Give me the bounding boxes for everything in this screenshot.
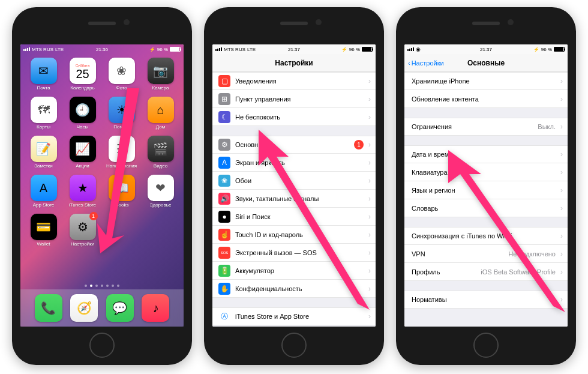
app-iBooks[interactable]: 📖iBooks xyxy=(107,175,137,208)
app-icon[interactable]: ☰ xyxy=(109,136,135,162)
dock-app[interactable]: 🧭 xyxy=(70,294,98,322)
home-button[interactable] xyxy=(89,333,115,358)
app-icon[interactable]: Суббота25 xyxy=(70,58,96,84)
settings-cell[interactable]: ●Siri и Поиск› xyxy=(212,208,376,226)
settings-cell[interactable]: ⊞Пункт управления› xyxy=(212,90,376,108)
app-icon[interactable]: 📈 xyxy=(70,136,96,162)
app-Погода[interactable]: ☀Погода xyxy=(107,97,137,130)
settings-cell[interactable]: Хранилище iPhone› xyxy=(404,72,568,90)
app-icon[interactable]: 📷 xyxy=(148,58,174,84)
app-icon[interactable]: ★ xyxy=(70,175,96,201)
settings-cell[interactable]: Язык и регион› xyxy=(404,181,568,199)
cell-value: iOS Beta Software Profile xyxy=(481,268,556,276)
app-icon[interactable]: 📖 xyxy=(109,175,135,201)
app-icon[interactable]: ⚙1 xyxy=(70,214,96,240)
app-Часы[interactable]: 🕘Часы xyxy=(68,97,98,130)
settings-cell[interactable]: Обновление контента› xyxy=(404,90,568,108)
settings-cell[interactable]: SOSЭкстренный вызов — SOS› xyxy=(212,244,376,262)
cell-label: Словарь xyxy=(412,205,556,212)
app-icon[interactable]: ✉ xyxy=(31,58,57,84)
settings-cell[interactable]: ⚙Основные1› xyxy=(212,136,376,154)
app-label: Почта xyxy=(37,85,50,91)
settings-cell[interactable]: Словарь› xyxy=(404,199,568,217)
app-icon[interactable]: 📝 xyxy=(31,136,57,162)
app-Камера[interactable]: 📷Камера xyxy=(146,58,176,91)
app-Настройки[interactable]: ⚙1Настройки xyxy=(68,214,98,247)
cell-value: Выкл. xyxy=(538,123,556,130)
settings-cell[interactable]: ✋Конфиденциальность› xyxy=(212,280,376,298)
home-button[interactable] xyxy=(281,333,307,358)
dock-app[interactable]: 📞 xyxy=(35,294,62,322)
dock: 📞🧭💬♪ xyxy=(20,289,184,327)
app-Календарь[interactable]: Суббота25Календарь xyxy=(68,58,98,91)
app-Фото[interactable]: ❀Фото xyxy=(107,58,137,91)
app-icon[interactable]: 🕘 xyxy=(70,97,96,123)
settings-cell[interactable]: Нормативы› xyxy=(404,291,568,309)
nav-bar: ‹ Настройки Основные xyxy=(404,54,568,72)
page-dots[interactable] xyxy=(20,285,184,287)
app-Здоровье[interactable]: ❤Здоровье xyxy=(146,175,176,208)
cell-badge: 1 xyxy=(354,140,364,149)
settings-cell[interactable]: 🔋Аккумулятор› xyxy=(212,262,376,280)
app-icon[interactable]: ❤ xyxy=(148,175,174,201)
app-icon[interactable]: ⌂ xyxy=(148,97,174,123)
app-label: Wallet xyxy=(37,241,50,247)
settings-cell[interactable]: ☾Не беспокоить› xyxy=(212,108,376,126)
home-screen[interactable]: MTS RUS LTE 21:36 ⚡ 96 % ✉ПочтаСуббота25… xyxy=(20,44,184,327)
cell-icon: ☾ xyxy=(218,111,230,123)
settings-cell[interactable]: VPNНе подключено› xyxy=(404,245,568,263)
app-Акции[interactable]: 📈Акции xyxy=(68,136,98,169)
app-Видео[interactable]: 🎬Видео xyxy=(146,136,176,169)
app-Напоминания[interactable]: ☰Напоминания xyxy=(107,136,137,169)
app-icon[interactable]: A xyxy=(31,175,57,201)
settings-cell[interactable]: 🔊Звуки, тактильные сигналы› xyxy=(212,190,376,208)
cell-label: Конфиденциальность xyxy=(235,285,364,292)
chevron-right-icon: › xyxy=(368,113,371,121)
app-label: Акции xyxy=(76,163,89,169)
settings-cell[interactable]: AЭкран и яркость› xyxy=(212,154,376,172)
app-App Store[interactable]: AApp Store xyxy=(29,175,59,208)
settings-cell[interactable]: Дата и время› xyxy=(404,145,568,163)
settings-cell[interactable]: ❀Обои› xyxy=(212,172,376,190)
app-label: Напоминания xyxy=(106,163,137,169)
cell-icon: 🔊 xyxy=(218,193,230,205)
settings-cell[interactable]: Клавиатура› xyxy=(404,163,568,181)
dock-app[interactable]: ♪ xyxy=(142,294,169,322)
chevron-right-icon: › xyxy=(368,95,371,103)
dock-app[interactable]: 💬 xyxy=(106,294,134,322)
settings-cell[interactable]: ▢Уведомления› xyxy=(212,72,376,90)
app-label: Заметки xyxy=(34,163,53,169)
general-list[interactable]: Хранилище iPhone›Обновление контента›Огр… xyxy=(404,72,568,327)
cell-label: Не беспокоить xyxy=(235,113,364,121)
app-label: App Store xyxy=(33,202,55,208)
chevron-right-icon: › xyxy=(560,150,563,158)
cell-label: Touch ID и код-пароль xyxy=(235,231,364,238)
back-button[interactable]: ‹ Настройки xyxy=(408,59,444,67)
app-Заметки[interactable]: 📝Заметки xyxy=(29,136,59,169)
app-Wallet[interactable]: 💳Wallet xyxy=(29,214,59,247)
app-Дом[interactable]: ⌂Дом xyxy=(146,97,176,130)
app-icon[interactable]: 🎬 xyxy=(148,136,174,162)
home-button[interactable] xyxy=(473,333,499,358)
app-label: Фото xyxy=(116,85,127,91)
cell-icon: SOS xyxy=(218,247,230,259)
settings-list[interactable]: ▢Уведомления›⊞Пункт управления›☾Не беспо… xyxy=(212,72,376,327)
app-icon[interactable]: ❀ xyxy=(109,58,135,84)
app-icon[interactable]: 🗺 xyxy=(31,97,57,123)
cell-icon: ✋ xyxy=(218,283,230,295)
settings-cell[interactable]: Синхронизация с iTunes по Wi-Fi› xyxy=(404,227,568,245)
app-iTunes Store[interactable]: ★iTunes Store xyxy=(68,175,98,208)
app-icon[interactable]: 💳 xyxy=(31,214,57,240)
app-Карты[interactable]: 🗺Карты xyxy=(29,97,59,130)
app-icon[interactable]: ☀ xyxy=(109,97,135,123)
chevron-right-icon: › xyxy=(560,77,563,85)
cell-label: VPN xyxy=(412,250,503,258)
nav-title: Настройки xyxy=(275,59,313,67)
settings-cell[interactable]: ☝Touch ID и код-пароль› xyxy=(212,226,376,244)
network-label: LTE xyxy=(55,47,64,52)
settings-cell[interactable]: ОграниченияВыкл.› xyxy=(404,118,568,136)
cell-label: Клавиатура xyxy=(412,169,556,176)
settings-cell[interactable]: ПрофильiOS Beta Software Profile› xyxy=(404,263,568,281)
settings-cell[interactable]: ⒶiTunes Store и App Store› xyxy=(212,307,376,325)
app-Почта[interactable]: ✉Почта xyxy=(29,58,59,91)
